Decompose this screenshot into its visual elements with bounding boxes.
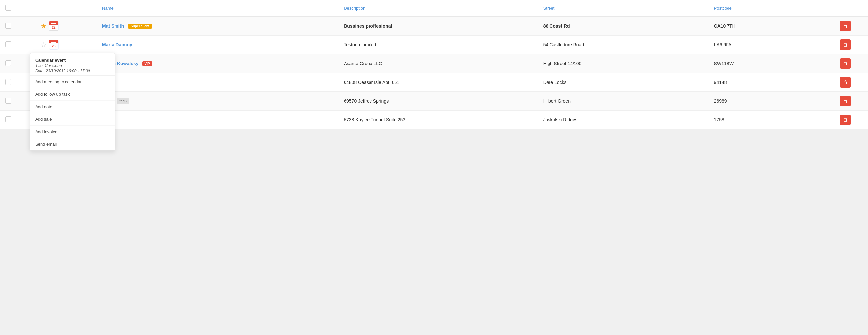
description-cell: 69570 Jeffrey Springs [344, 98, 389, 104]
description-cell: Bussines proffesional [344, 23, 392, 29]
popup-event-date-label: Date: [35, 69, 45, 73]
popup-event-title-label: Title: [35, 63, 44, 68]
row-icons: ☆ ▬▬ 23 [41, 40, 91, 50]
row-checkbox[interactable] [5, 98, 11, 104]
description-column-header: Description [339, 0, 538, 17]
delete-button[interactable]: 🗑 [840, 21, 850, 31]
calendar-icon[interactable]: ▬▬ 22 [49, 21, 59, 31]
street-cell: Dare Locks [543, 80, 567, 85]
row-checkbox[interactable] [5, 79, 11, 85]
name-cell: Martin KowalskyVIP [102, 61, 333, 66]
street-cell: 86 Coast Rd [543, 23, 570, 29]
postcode-cell: LA6 9FA [714, 42, 732, 48]
contact-name-link[interactable]: Mat Smith [102, 23, 124, 29]
popup-event-date-value: 23/10/2019 16:00 - 17:00 [46, 69, 90, 73]
street-column-header: Street [538, 0, 709, 17]
calendar-month: ▬▬ [49, 21, 58, 25]
postcode-cell: CA10 7TH [714, 23, 736, 29]
delete-button[interactable]: 🗑 [840, 39, 850, 50]
trash-icon: 🗑 [843, 98, 847, 104]
postcode-column-header: Postcode [709, 0, 823, 17]
description-cell: 04808 Ceasar Isle Apt. 651 [344, 80, 399, 85]
street-cell: High Street 14/100 [543, 61, 582, 66]
popup-title: Calendar event [35, 58, 110, 63]
star-icon[interactable]: ★ [41, 22, 47, 30]
description-cell: Asante Group LLC [344, 61, 382, 66]
contacts-table-wrapper: Name Description Street Postcode ★ ▬▬ 22… [0, 0, 868, 129]
icons-header [35, 0, 97, 17]
delete-button[interactable]: 🗑 [840, 77, 850, 88]
postcode-cell: 1758 [714, 117, 724, 122]
select-all-checkbox[interactable] [5, 5, 11, 10]
row-checkbox[interactable] [5, 41, 11, 48]
trash-icon: 🗑 [843, 61, 847, 66]
popup-menu: Add meeting to calendarAdd follow up tas… [30, 76, 115, 150]
name-cell: tag2tag3 [102, 98, 333, 104]
table-row: ☆ ▬▬ 23 Martin KowalskyVIPAsante Group L… [0, 54, 868, 73]
calendar-day: 23 [49, 43, 58, 49]
popup-menu-item-1[interactable]: Add follow up task [30, 88, 115, 101]
popup-event-date: Date: 23/10/2019 16:00 - 17:00 [35, 69, 110, 73]
table-body: ★ ▬▬ 22 Mat SmithSuper clientBussines pr… [0, 17, 868, 129]
popup-menu-item-4[interactable]: Add invoice [30, 126, 115, 138]
popup-menu-item-3[interactable]: Add sale [30, 113, 115, 126]
trash-icon: 🗑 [843, 42, 847, 48]
action-column-header [823, 0, 868, 17]
name-cell: Mat SmithSuper client [102, 23, 333, 29]
trash-icon: 🗑 [843, 23, 847, 29]
table-row: ★ ▬▬ 22 Mat SmithSuper clientBussines pr… [0, 17, 868, 35]
contact-name-link[interactable]: Marta Daimny [102, 42, 132, 48]
description-cell: 5738 Kaylee Tunnel Suite 253 [344, 117, 405, 122]
select-all-header[interactable] [0, 0, 35, 17]
postcode-cell: 94148 [714, 80, 727, 85]
popup-menu-item-0[interactable]: Add meeting to calendar [30, 76, 115, 88]
street-cell: Jaskolski Ridges [543, 117, 578, 122]
row-checkbox[interactable] [5, 117, 11, 122]
name-column-header: Name [97, 0, 339, 17]
calendar-icon[interactable]: ▬▬ 23 [49, 40, 59, 50]
trash-icon: 🗑 [843, 80, 847, 85]
delete-button[interactable]: 🗑 [840, 58, 850, 69]
delete-button[interactable]: 🗑 [840, 96, 850, 106]
tag: tag3 [117, 98, 129, 104]
bottom-area [0, 129, 868, 195]
calendar-day: 22 [49, 25, 58, 31]
description-cell: Testoria Limited [344, 42, 376, 48]
table-row: ☆5738 Kaylee Tunnel Suite 253Jaskolski R… [0, 111, 868, 129]
name-cell: Marta Daimny [102, 42, 333, 48]
calendar-event-popup: Calendar event Title: Car clean Date: 23… [30, 53, 115, 151]
popup-menu-item-5[interactable]: Send email [30, 138, 115, 150]
row-checkbox[interactable] [5, 60, 11, 66]
street-cell: Hilpert Green [543, 98, 570, 104]
calendar-month: ▬▬ [49, 40, 58, 43]
popup-menu-item-2[interactable]: Add note [30, 101, 115, 113]
table-row: ☆ ▬▬ 23 Marta DaimnyTestoria Limited54 C… [0, 35, 868, 54]
popup-event-title-value: Car clean [45, 63, 62, 68]
table-header-row: Name Description Street Postcode [0, 0, 868, 17]
vip-badge: VIP [143, 61, 152, 66]
star-icon[interactable]: ☆ [41, 41, 47, 49]
contacts-table: Name Description Street Postcode ★ ▬▬ 22… [0, 0, 868, 129]
table-row: ☆04808 Ceasar Isle Apt. 651Dare Locks941… [0, 73, 868, 92]
postcode-cell: 26989 [714, 98, 727, 104]
row-icons: ★ ▬▬ 22 [41, 21, 91, 31]
popup-header: Calendar event Title: Car clean Date: 23… [30, 53, 115, 76]
delete-button[interactable]: 🗑 [840, 115, 850, 125]
street-cell: 54 Castledore Road [543, 42, 584, 48]
postcode-cell: SW11BW [714, 61, 734, 66]
super-client-badge: Super client [128, 24, 152, 29]
trash-icon: 🗑 [843, 117, 847, 122]
popup-event-title: Title: Car clean [35, 63, 110, 68]
table-row: ☆tag2tag369570 Jeffrey SpringsHilpert Gr… [0, 92, 868, 111]
row-checkbox[interactable] [5, 23, 11, 29]
